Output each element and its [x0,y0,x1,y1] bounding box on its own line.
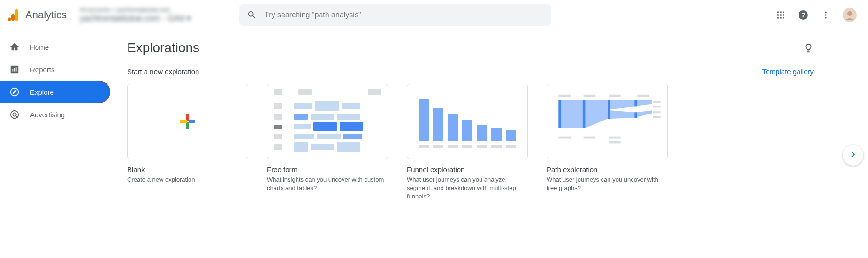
search-input[interactable] [265,11,544,19]
svg-rect-28 [180,120,187,123]
svg-rect-21 [14,68,15,71]
scroll-next-button[interactable] [843,145,863,166]
svg-rect-8 [783,14,784,15]
subtitle: Start a new exploration [127,68,199,76]
svg-rect-6 [777,14,779,15]
svg-rect-42 [653,116,661,118]
svg-rect-7 [780,14,781,15]
svg-rect-38 [634,112,637,118]
account-selector[interactable]: All accounts > yachtrentaldubai.com yach… [80,7,230,23]
svg-rect-22 [16,67,17,71]
svg-rect-46 [609,141,621,143]
svg-rect-27 [186,122,189,129]
svg-rect-30 [558,95,571,97]
svg-rect-36 [608,100,610,119]
card-desc: Create a new exploration [127,175,248,184]
sidebar: Home Reports Explore Advertising [0,30,114,258]
account-path: All accounts > yachtrentaldubai.com [80,7,230,13]
card-desc: What user journeys can you analyze, segm… [407,175,528,201]
sidebar-item-label: Reports [30,66,55,74]
svg-rect-20 [12,69,13,72]
card-title: Funnel exploration [407,166,528,174]
more-vert-icon[interactable] [821,10,830,20]
svg-rect-41 [653,111,661,113]
search-icon [247,10,257,20]
analytics-logo-icon [8,8,21,22]
app-name: Analytics [25,9,67,21]
svg-rect-10 [780,17,781,18]
template-gallery-link[interactable]: Template gallery [762,68,814,76]
svg-rect-3 [777,11,779,13]
svg-rect-45 [609,137,621,139]
main-content: Explorations Start a new exploration Tem… [114,30,868,258]
card-path[interactable]: Path exploration What user journeys can … [547,84,668,192]
svg-rect-32 [609,95,621,97]
card-title: Free form [267,166,388,174]
explore-icon [9,87,20,97]
svg-point-15 [825,14,826,15]
card-funnel[interactable]: Funnel exploration What user journeys ca… [407,84,528,201]
svg-rect-4 [780,11,781,13]
apps-icon[interactable] [776,10,785,20]
card-title: Path exploration [547,166,668,174]
card-desc: What insights can you uncover with custo… [267,175,388,192]
app-header: Analytics All accounts > yachtrentalduba… [0,0,868,30]
advertising-icon [9,109,20,120]
search-bar[interactable] [239,4,551,26]
card-preview-path [547,84,668,159]
page-title: Explorations [127,40,199,55]
svg-rect-1 [11,14,15,21]
svg-rect-9 [777,17,779,18]
lightbulb-icon[interactable] [803,43,814,53]
svg-rect-29 [189,120,195,123]
svg-rect-39 [653,101,661,103]
card-preview-freeform [267,84,388,159]
reports-icon [9,64,20,75]
card-preview-funnel [407,84,528,159]
svg-rect-40 [653,106,661,107]
chevron-right-icon [848,149,858,161]
svg-point-2 [8,17,11,21]
svg-rect-34 [558,100,561,128]
svg-rect-0 [15,9,18,21]
sidebar-item-reports[interactable]: Reports [0,58,110,81]
sidebar-item-label: Advertising [30,111,65,119]
svg-rect-11 [783,17,784,18]
home-icon [9,42,20,52]
svg-rect-26 [186,114,189,121]
template-cards: Blank Create a new exploration [127,84,855,201]
card-blank[interactable]: Blank Create a new exploration [127,84,248,184]
account-property: yachtrentaldubai.com - GA4 ▾ [80,13,230,23]
card-desc: What user journeys can you uncover with … [547,175,668,192]
sidebar-item-explore[interactable]: Explore [0,81,110,103]
sidebar-item-label: Explore [30,88,54,96]
svg-point-14 [825,11,826,13]
svg-text:?: ? [801,11,806,19]
svg-rect-35 [583,100,586,128]
help-icon[interactable]: ? [798,9,809,21]
sidebar-item-home[interactable]: Home [0,36,110,58]
svg-rect-31 [584,95,596,97]
logo-group: Analytics [8,8,67,22]
svg-point-18 [847,11,852,16]
header-actions: ? [776,8,860,22]
svg-rect-37 [634,100,637,107]
svg-rect-43 [558,137,571,139]
card-preview-blank [127,84,248,159]
svg-rect-5 [783,11,784,13]
svg-point-16 [825,17,826,18]
svg-rect-44 [584,137,596,139]
sidebar-item-label: Home [30,43,49,51]
plus-icon [178,112,197,131]
card-title: Blank [127,166,248,174]
card-free-form[interactable]: Free form What insights can you uncover … [267,84,388,192]
svg-rect-33 [637,95,649,97]
avatar[interactable] [843,8,857,22]
sidebar-item-advertising[interactable]: Advertising [0,103,110,126]
